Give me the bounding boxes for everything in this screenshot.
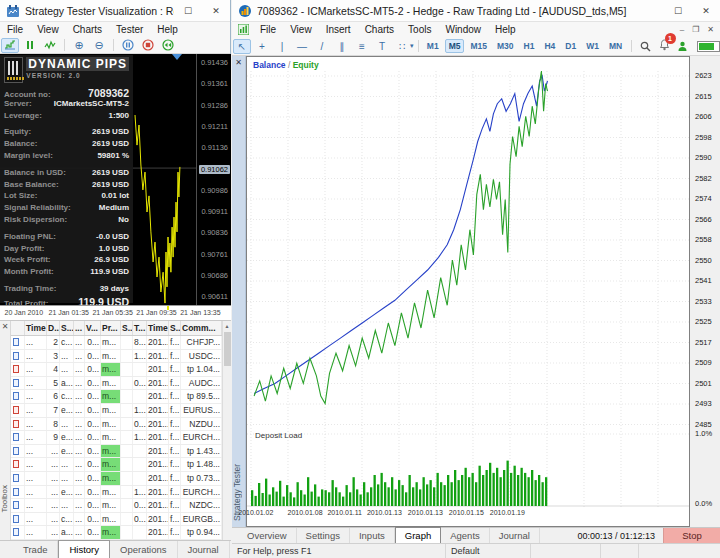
price-axis[interactable]: 0.914360.913610.912860.912110.911360.910… xyxy=(196,54,231,305)
notifications-icon[interactable]: 1 xyxy=(659,37,670,55)
balance-equity-graph[interactable]: Balance / Equity Deposit Load 2010.01.02… xyxy=(246,56,690,527)
table-row[interactable]: ......a......0...m...201...f...tp 0.94..… xyxy=(11,526,222,540)
cursor-icon[interactable]: ↖ xyxy=(233,39,251,54)
table-row[interactable]: ............0...m...201...f...tp 0.73... xyxy=(11,472,222,486)
line-mode-icon[interactable] xyxy=(41,38,59,53)
search-icon[interactable] xyxy=(637,39,655,54)
column-header[interactable]: Comm... xyxy=(181,321,222,335)
stop-button[interactable]: Stop xyxy=(663,528,720,543)
chart-window-icon[interactable] xyxy=(238,24,249,35)
table-cell xyxy=(121,377,133,390)
tab-settings[interactable]: Settings xyxy=(297,528,350,543)
child-restore-icon[interactable]: ❐ xyxy=(692,25,699,34)
menu-file[interactable]: File xyxy=(253,24,283,35)
tab-journal[interactable]: Journal xyxy=(490,528,540,543)
table-row[interactable]: ...3......0...m...1...201...f...USDC... xyxy=(11,350,222,364)
vertical-line-icon[interactable]: | xyxy=(273,39,291,54)
zoom-in-icon[interactable]: ⊕ xyxy=(70,38,88,53)
equidistant-icon[interactable]: ≡ xyxy=(353,39,371,54)
table-row[interactable]: ...6c......0...m...201...f...tp 89.5... xyxy=(11,390,222,404)
column-header[interactable]: S... xyxy=(60,321,74,335)
bars-mode-icon[interactable] xyxy=(21,38,39,53)
scrollbar-thumb[interactable] xyxy=(224,332,231,366)
timeframe-m1[interactable]: M1 xyxy=(423,39,443,53)
table-row[interactable]: ...8......0...m...0...201...f...NZDU... xyxy=(11,418,222,432)
toolbox-close-icon[interactable]: ✕ xyxy=(0,321,10,333)
column-header[interactable]: V... xyxy=(85,321,101,335)
tab-graph[interactable]: Graph xyxy=(395,527,441,543)
scroll-up-icon[interactable]: ▲ xyxy=(223,321,231,331)
column-header[interactable]: Pr... xyxy=(101,321,121,335)
menu-charts[interactable]: Charts xyxy=(66,24,109,35)
column-header[interactable]: D... xyxy=(47,321,60,335)
table-row[interactable]: ......c......0...m...0...201...f...EURGB… xyxy=(11,513,222,527)
close-button[interactable]: ✕ xyxy=(202,0,230,21)
text-icon[interactable]: T xyxy=(373,39,391,54)
column-header[interactable]: S... xyxy=(121,321,133,335)
menu-window[interactable]: Window xyxy=(438,24,488,35)
trendline-icon[interactable]: / xyxy=(313,39,331,54)
shapes-dropdown-arrow[interactable]: ▾ xyxy=(410,42,414,50)
menu-insert[interactable]: Insert xyxy=(319,24,358,35)
tab-history[interactable]: History xyxy=(58,540,110,558)
history-table[interactable]: TimeD...S......V...Pr...S...T...TimeS...… xyxy=(11,321,222,541)
table-row[interactable]: ...9e......0...m...1...201...f...EURCH..… xyxy=(11,431,222,445)
timeframe-m15[interactable]: M15 xyxy=(466,39,491,53)
table-row[interactable]: ............0...m...0...201...f...NZDC..… xyxy=(11,499,222,513)
menu-tester[interactable]: Tester xyxy=(109,24,150,35)
tab-overview[interactable]: Overview xyxy=(238,528,297,543)
strip-close-icon[interactable]: ✕ xyxy=(232,56,245,69)
tab-inputs[interactable]: Inputs xyxy=(350,528,395,543)
close-button[interactable]: ✕ xyxy=(692,0,720,21)
child-minimize-icon[interactable]: – xyxy=(680,25,684,34)
menu-view[interactable]: View xyxy=(283,24,319,35)
table-row[interactable]: ...7e......0...m...1...201...f...EURUS..… xyxy=(11,404,222,418)
menu-help[interactable]: Help xyxy=(488,24,523,35)
timeframe-h1[interactable]: H1 xyxy=(520,39,539,53)
table-row[interactable]: ...5a......0...m...0...201...f...AUDC... xyxy=(11,377,222,391)
table-row[interactable]: ......e......0...m...201...f...tp 1.43..… xyxy=(11,445,222,459)
tab-operations[interactable]: Operations xyxy=(110,541,177,558)
channel-icon[interactable]: ∥ xyxy=(333,39,351,54)
shapes-icon[interactable]: ∷ xyxy=(393,39,411,54)
column-header[interactable]: S... xyxy=(169,321,181,335)
chart-mode-icon[interactable] xyxy=(1,38,19,53)
maximize-button[interactable]: ☐ xyxy=(174,0,202,21)
menu-view[interactable]: View xyxy=(30,24,66,35)
community-icon[interactable] xyxy=(674,39,692,54)
column-header[interactable]: T... xyxy=(133,321,147,335)
column-header[interactable]: Time xyxy=(25,321,47,335)
rewind-icon[interactable] xyxy=(159,38,177,53)
right-titlebar[interactable]: 7089362 - ICMarketsSC-MT5-2 - Hedge - Ra… xyxy=(232,0,720,22)
pause-icon[interactable] xyxy=(119,38,137,53)
horizontal-line-icon[interactable]: — xyxy=(293,39,311,54)
menu-tools[interactable]: Tools xyxy=(401,24,438,35)
timeframe-d1[interactable]: D1 xyxy=(561,39,580,53)
tester-price-chart[interactable]: 0.914360.913610.912860.912110.911360.910… xyxy=(0,54,231,305)
timeframe-mn[interactable]: MN xyxy=(605,39,626,53)
stop-icon[interactable] xyxy=(139,38,157,53)
tab-journal[interactable]: Journal xyxy=(178,541,230,558)
column-header[interactable]: ... xyxy=(74,321,85,335)
zoom-out-icon[interactable]: ⊖ xyxy=(90,38,108,53)
table-row[interactable]: ...4......0...m...201...f...tp 1.04... xyxy=(11,363,222,377)
timeframe-w1[interactable]: W1 xyxy=(582,39,603,53)
crosshair-icon[interactable]: + xyxy=(253,39,271,54)
tab-agents[interactable]: Agents xyxy=(441,528,490,543)
timeframe-m30[interactable]: M30 xyxy=(493,39,518,53)
menu-file[interactable]: File xyxy=(0,24,30,35)
left-titlebar[interactable]: Strategy Tester Visualization : Re... ☐ … xyxy=(0,0,230,22)
maximize-button[interactable]: ☐ xyxy=(664,0,692,21)
table-row[interactable]: ......e......0...m...1...201...f...EURCH… xyxy=(11,486,222,500)
menu-help[interactable]: Help xyxy=(150,24,185,35)
child-close-icon[interactable]: ✕ xyxy=(707,25,714,34)
status-profile[interactable]: Default xyxy=(446,544,531,558)
menu-charts[interactable]: Charts xyxy=(358,24,401,35)
timeframe-h4[interactable]: H4 xyxy=(540,39,559,53)
column-header[interactable]: Time xyxy=(147,321,169,335)
timeframe-m5[interactable]: M5 xyxy=(445,39,465,53)
table-row[interactable]: ...2c......0...m...8...201...f...CHFJP..… xyxy=(11,336,222,350)
tab-trade[interactable]: Trade xyxy=(13,541,58,558)
table-row[interactable]: ............0...m...201...f...tp 1.48... xyxy=(11,458,222,472)
table-scrollbar[interactable]: ▲ xyxy=(222,321,231,541)
